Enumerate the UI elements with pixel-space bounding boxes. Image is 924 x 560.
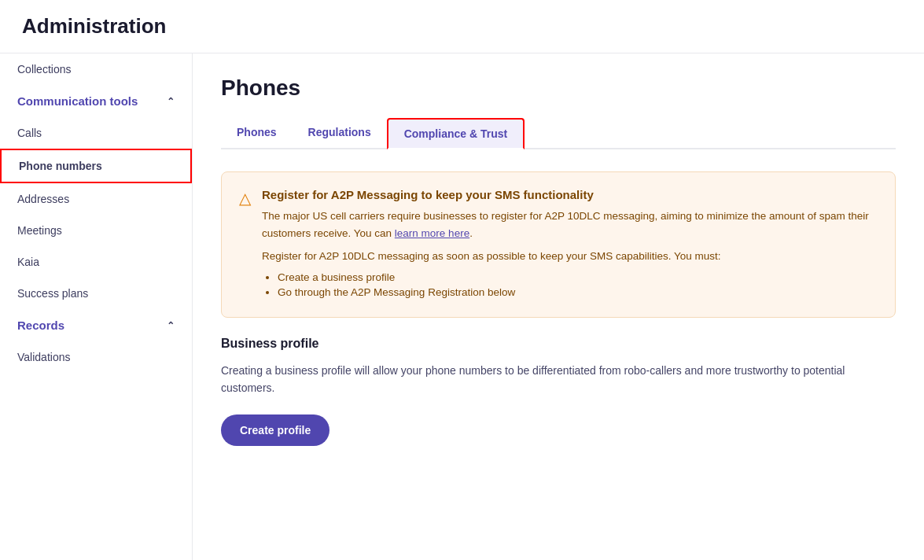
sidebar-item-calls[interactable]: Calls	[0, 117, 192, 149]
warning-icon: △	[239, 189, 251, 208]
main-content: Phones Phones Regulations Compliance & T…	[193, 53, 924, 560]
sidebar-item-phone-numbers[interactable]: Phone numbers	[0, 149, 192, 183]
alert-list: Create a business profile Go through the…	[278, 271, 878, 298]
alert-paragraph-2: Register for A2P 10DLC messaging as soon…	[262, 248, 878, 265]
learn-more-link[interactable]: learn more here	[395, 227, 469, 239]
sidebar-section-records[interactable]: Records ⌃	[0, 309, 192, 341]
sidebar-item-meetings[interactable]: Meetings	[0, 215, 192, 246]
sidebar-item-success-plans[interactable]: Success plans	[0, 278, 192, 309]
sidebar-section-communication-tools[interactable]: Communication tools ⌃	[0, 85, 192, 117]
chevron-up-icon-records: ⌃	[167, 320, 175, 331]
chevron-up-icon: ⌃	[167, 96, 175, 107]
sidebar-item-collections[interactable]: Collections	[0, 53, 192, 85]
tab-compliance-trust[interactable]: Compliance & Trust	[387, 118, 525, 149]
sidebar-item-addresses[interactable]: Addresses	[0, 183, 192, 215]
alert-title: Register for A2P Messaging to keep your …	[262, 188, 878, 201]
alert-banner: △ Register for A2P Messaging to keep you…	[221, 171, 896, 318]
tab-phones[interactable]: Phones	[221, 118, 293, 149]
page-header-title: Administration	[22, 14, 902, 39]
alert-list-item-2: Go through the A2P Messaging Registratio…	[278, 286, 878, 298]
business-profile-section: Business profile Creating a business pro…	[221, 337, 896, 446]
sidebar: Collections Communication tools ⌃ Calls …	[0, 53, 193, 560]
page-title: Phones	[221, 76, 896, 101]
tabs-bar: Phones Regulations Compliance & Trust	[221, 118, 896, 149]
alert-paragraph-1: The major US cell carriers require busin…	[262, 208, 878, 241]
business-profile-description: Creating a business profile will allow y…	[221, 362, 896, 397]
sidebar-item-validations[interactable]: Validations	[0, 341, 192, 373]
alert-list-item-1: Create a business profile	[278, 271, 878, 283]
sidebar-item-kaia[interactable]: Kaia	[0, 246, 192, 278]
top-header: Administration	[0, 0, 924, 53]
tab-regulations[interactable]: Regulations	[293, 118, 387, 149]
alert-content: Register for A2P Messaging to keep your …	[262, 188, 878, 301]
create-profile-button[interactable]: Create profile	[221, 414, 329, 446]
main-layout: Collections Communication tools ⌃ Calls …	[0, 53, 924, 560]
business-profile-title: Business profile	[221, 337, 896, 351]
